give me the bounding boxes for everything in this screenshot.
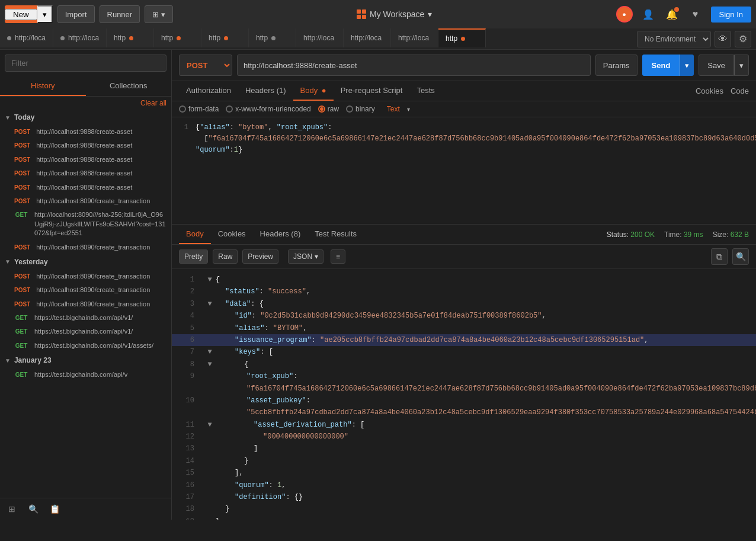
tab-3[interactable]: http — [107, 28, 154, 47]
settings-icon[interactable]: ⚙ — [735, 31, 751, 47]
resp-tab-test-results[interactable]: Test Results — [307, 225, 364, 244]
bottom-icon-3[interactable]: 📋 — [47, 502, 62, 516]
runner-button[interactable]: Runner — [100, 5, 140, 23]
url-input[interactable] — [237, 55, 591, 76]
list-item[interactable]: POST http://localhost:8090/create_transa… — [0, 270, 171, 283]
yesterday-section-header[interactable]: ▼ Yesterday — [0, 254, 171, 270]
send-button[interactable]: Send — [642, 55, 680, 76]
tab-10[interactable]: http — [438, 28, 486, 47]
tab-4[interactable]: http — [154, 28, 201, 47]
list-item[interactable]: POST http://localhost:9888/create-asset — [0, 153, 171, 167]
tab-pre-request[interactable]: Pre-request Script — [334, 81, 410, 101]
notification-icon[interactable]: 🔔 — [664, 6, 680, 23]
search-response-icon[interactable]: 🔍 — [732, 248, 749, 265]
list-item[interactable]: GET https://test.bigchaindb.com/api/v1/ — [0, 325, 171, 338]
text-format-button[interactable]: Text — [387, 105, 400, 113]
tab-8[interactable]: http://loca — [344, 28, 391, 47]
filter-input[interactable] — [5, 55, 166, 72]
pretty-button[interactable]: Pretty — [179, 249, 208, 264]
list-item[interactable]: POST http://localhost:9888/create-asset — [0, 139, 171, 152]
top-icons: ● 👤 🔔 ♥ Sign In — [616, 6, 751, 23]
sidebar-search-area — [0, 50, 171, 76]
tab-tests[interactable]: Tests — [409, 81, 441, 101]
radio-raw[interactable]: raw — [318, 105, 339, 113]
method-badge: GET — [12, 342, 31, 350]
filter-button[interactable]: ≡ — [331, 249, 345, 264]
january-chevron-icon: ▼ — [5, 357, 11, 364]
json-line-8: 8▼{ — [172, 358, 756, 370]
list-item[interactable]: POST http://localhost:9888/create-asset — [0, 125, 171, 139]
radio-urlencoded[interactable]: x-www-form-urlencoded — [226, 105, 310, 113]
cookies-link[interactable]: Cookies — [696, 82, 723, 100]
radio-form-data[interactable]: form-data — [179, 105, 219, 113]
resp-tab-headers[interactable]: Headers (8) — [253, 225, 308, 244]
request-body-editor[interactable]: 1 {"alias": "bytom", "root_xpubs": ["f6a… — [172, 117, 756, 224]
list-item[interactable]: POST http://localhost:8090/create_transa… — [0, 283, 171, 297]
eye-icon[interactable]: 👁 — [715, 31, 731, 47]
user-icon[interactable]: 👤 — [640, 6, 656, 23]
tab-bar: http://loca http://loca http http http h… — [0, 28, 632, 49]
list-item[interactable]: GET https://test.bigchaindb.com/api/v1/a… — [0, 339, 171, 353]
radio-binary[interactable]: binary — [346, 105, 375, 113]
json-line-7: 7▼"keys": [ — [172, 346, 756, 358]
list-item[interactable]: POST http://localhost:9888/create-asset — [0, 181, 171, 194]
signin-button[interactable]: Sign In — [711, 7, 751, 23]
list-item[interactable]: POST http://localhost:8090/create_transa… — [0, 297, 171, 311]
list-item[interactable]: POST http://localhost:9888/create-asset — [0, 167, 171, 180]
january-label: January 23 — [14, 356, 52, 364]
import-button[interactable]: Import — [57, 5, 95, 23]
preview-button[interactable]: Preview — [242, 249, 278, 264]
tab-headers[interactable]: Headers (1) — [238, 81, 293, 101]
copy-icon[interactable]: ⧉ — [711, 248, 728, 265]
send-dropdown-button[interactable]: ▾ — [680, 55, 694, 76]
list-item[interactable]: GET https://test.bigchaindb.com/api/v — [0, 368, 171, 382]
save-dropdown-button[interactable]: ▾ — [734, 55, 749, 76]
layout-button[interactable]: ⊞ ▾ — [145, 5, 173, 23]
tab-2[interactable]: http://loca — [53, 28, 107, 47]
tab-collections[interactable]: Collections — [86, 76, 172, 96]
save-button[interactable]: Save — [699, 55, 734, 76]
code-link[interactable]: Code — [731, 82, 749, 100]
method-select[interactable]: POST GET PUT DELETE — [179, 55, 232, 76]
workspace-switcher[interactable]: My Workspace ▾ — [178, 9, 611, 19]
json-format-button[interactable]: JSON ▾ — [288, 249, 323, 264]
method-badge: POST — [12, 184, 33, 191]
resp-tab-cookies[interactable]: Cookies — [211, 225, 253, 244]
bottom-icon-2[interactable]: 🔍 — [26, 502, 40, 516]
list-item[interactable]: POST http://localhost:8090/create_transa… — [0, 241, 171, 254]
heart-icon[interactable]: ♥ — [687, 6, 704, 23]
method-badge: GET — [12, 328, 31, 335]
tab-5[interactable]: http — [201, 28, 249, 47]
tab-history[interactable]: History — [0, 76, 86, 96]
json-line-6: 6 "issuance_program": "ae205ccb8fbffb24a… — [172, 334, 756, 346]
new-button[interactable]: New — [5, 9, 37, 20]
bottom-icon-1[interactable]: ⊞ — [5, 502, 19, 516]
params-button[interactable]: Params — [595, 55, 638, 76]
tab-6[interactable]: http — [249, 28, 296, 47]
clear-all-button[interactable]: Clear all — [0, 97, 171, 110]
text-format-chevron[interactable]: ▾ — [407, 106, 410, 113]
raw-button[interactable]: Raw — [213, 249, 238, 264]
today-section-header[interactable]: ▼ Today — [0, 110, 171, 125]
tab-7[interactable]: http://loca — [296, 28, 344, 47]
tab-1[interactable]: http://loca — [0, 28, 53, 47]
tab-9[interactable]: http://loca — [391, 28, 438, 47]
json-line-18: 18 } — [172, 503, 756, 515]
item-url: http://localhost:9888/create-asset — [36, 169, 132, 178]
radio-raw-indicator — [318, 105, 325, 113]
item-url: https://test.bigchaindb.com/api/v1/ — [34, 313, 133, 322]
resp-tab-body[interactable]: Body — [179, 225, 211, 244]
environment-select[interactable]: No Environment — [637, 31, 711, 47]
code-content[interactable]: {"alias": "bytom", "root_xpubs": ["f6a16… — [196, 122, 756, 219]
list-item[interactable]: GET http://localhost:8090///sha-256;ltdi… — [0, 208, 171, 240]
tab-body[interactable]: Body ● — [293, 81, 334, 101]
method-badge: POST — [12, 169, 33, 177]
item-url: http://localhost:8090///sha-256;ltdiLr0j… — [34, 210, 166, 238]
new-button-dropdown[interactable]: ▾ — [37, 5, 53, 23]
january-section-header[interactable]: ▼ January 23 — [0, 353, 171, 368]
list-item[interactable]: POST http://localhost:8090/create_transa… — [0, 194, 171, 208]
list-item[interactable]: GET https://test.bigchaindb.com/api/v1/ — [0, 311, 171, 325]
tab-authorization[interactable]: Authorization — [179, 81, 238, 101]
yesterday-chevron-icon: ▼ — [5, 258, 11, 265]
sidebar-bottom: ⊞ 🔍 📋 — [0, 498, 171, 520]
